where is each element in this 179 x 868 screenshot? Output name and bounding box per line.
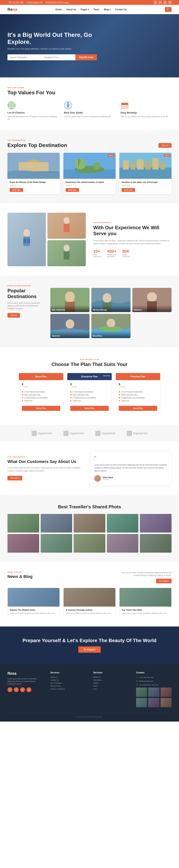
guide-icon <box>64 101 72 110</box>
dest-card-rialto-book-button[interactable]: Book Now <box>10 188 23 192</box>
footer-contact-title: Contact <box>136 671 172 674</box>
pop-item-1-label: Norway Besvag <box>92 305 130 312</box>
nav-blog[interactable]: Blog ▾ <box>104 8 110 11</box>
gallery-item-5 <box>140 514 172 532</box>
dest-card-rialto: Enjoy the Beauty of the Rialto Bridge ★★… <box>7 153 60 194</box>
footer-service-1[interactable]: About Us <box>50 676 86 678</box>
svg-rect-28 <box>146 161 151 169</box>
testimonial-card: " Lorem ipsum dolor sit amet consectetur… <box>90 451 172 486</box>
dest-section-header: Explore Top Destination Show All <box>7 142 172 148</box>
dest-show-all-button[interactable]: Show All <box>158 143 172 148</box>
footer-about-text: Lorem ipsum dolor sit amet consectetur a… <box>7 678 43 685</box>
twitter-icon[interactable]: t <box>158 1 162 4</box>
top-bar-phone: +781 123-456-7891 <box>7 1 24 3</box>
news-desc: Lorem ipsum dolor sit amet consectetur a… <box>116 571 172 577</box>
exp-img-1 <box>7 213 46 266</box>
site-logo[interactable]: Resa <box>7 7 17 12</box>
news-card-2-body-text: Lorem ipsum dolor sit amet consectetur a… <box>66 612 113 615</box>
news-card-3-img <box>120 588 171 607</box>
exp-cust-num: 30K <box>122 249 130 254</box>
exp-desc: Lorem ipsum dolor sit amet, consectetur … <box>93 239 172 245</box>
hero-destination-input[interactable] <box>7 54 42 60</box>
price-card-enterprise-header: Enterprise Plan Best Plan <box>67 373 112 380</box>
price-card-enterprise-select-button[interactable]: Select Plan <box>70 406 109 411</box>
hero-section: It's a Big World Out There, Go Explore. … <box>0 14 179 78</box>
svg-rect-13 <box>126 106 127 107</box>
pop-item-1: Norway Besvag <box>92 288 130 312</box>
dest-card-portugal: SALE Vacation to the water city of Portu… <box>119 153 172 194</box>
footer-link-1[interactable]: Blog Post <box>93 676 129 678</box>
popular-layout: Popular Destinations Lorem ipsum dolor s… <box>7 288 172 338</box>
footer-col-about: Resa Lorem ipsum dolor sit amet consecte… <box>7 671 43 707</box>
facebook-icon[interactable]: f <box>154 1 157 4</box>
destination-cards-list: Enjoy the Beauty of the Rialto Bridge ★★… <box>7 153 172 194</box>
price-feature-2-3: Travel Tour <box>119 400 157 402</box>
dest-card-rialto-title: Enjoy the Beauty of the Rialto Bridge <box>10 181 57 183</box>
footer-instagram-icon[interactable]: in <box>20 687 25 692</box>
partner-1: logolorem <box>31 431 52 436</box>
exp-cust-label: HappyCustomers <box>122 254 130 257</box>
popular-label: POPULAR DESTINATION <box>7 285 172 287</box>
footer-link-3[interactable]: Gallery <box>93 682 129 684</box>
dest-card-island-book-button[interactable]: Book Now <box>66 188 79 192</box>
nav-pages[interactable]: Pages ▾ <box>81 8 89 11</box>
svg-rect-9 <box>123 102 123 104</box>
footer-youtube-icon[interactable]: yt <box>26 687 31 692</box>
partner-3: logolpeak <box>95 431 116 436</box>
exp-content: OUR EXPERIENCE With Our Experience We Wi… <box>93 222 172 257</box>
experience-section: OUR EXPERIENCE With Our Experience We Wi… <box>0 204 179 276</box>
footer-service-3[interactable]: Tour Packages <box>50 682 86 684</box>
exp-img-2-wrap <box>47 213 86 239</box>
footer-copyright: © 2024 Resa. All Rights Reserved. <box>77 716 103 718</box>
gallery-item-2 <box>41 514 72 532</box>
nav-home[interactable]: Home <box>55 8 61 11</box>
footer-facebook-icon[interactable]: f <box>7 687 12 692</box>
svg-rect-8 <box>121 103 128 105</box>
dest-card-portugal-body: Vacation to the water city of Portugal ★… <box>119 179 172 194</box>
dest-card-portugal-stars: ★★★★★ <box>122 184 169 186</box>
top-bar-email: info@example.com <box>27 1 43 3</box>
partner-2-icon <box>63 431 69 436</box>
hero-title: It's a Big World Out There, Go Explore. <box>7 31 104 45</box>
testimonial-left: OUR TESTIMONIAL What Our Customers Say A… <box>7 456 81 480</box>
nav-contact[interactable]: Contact Us <box>115 8 127 11</box>
cta-button[interactable]: Go Explore <box>78 646 101 653</box>
testimonial-avatar <box>94 475 101 482</box>
top-destinations-section: TOP DESTINATION Explore Top Destination … <box>0 130 179 204</box>
dest-card-island-title: Experience the natural beauty of island <box>66 181 113 183</box>
svg-rect-25 <box>123 160 129 169</box>
popular-title: Popular Destinations <box>7 288 45 299</box>
gallery-item-9 <box>107 534 138 553</box>
news-get-started-button[interactable]: Get Started <box>156 579 172 583</box>
nav-search-button[interactable]: 🔍 <box>165 7 172 12</box>
popular-desc: Lorem ipsum dolor sit amet consectetur a… <box>7 302 45 310</box>
news-title: News & Blog <box>7 574 32 579</box>
footer-link-5[interactable]: FAQ <box>93 688 129 690</box>
svg-rect-29 <box>153 158 158 169</box>
hero-inquire-button[interactable]: INQUIRE NOW <box>75 54 97 60</box>
linkedin-icon[interactable]: in <box>168 1 172 4</box>
price-feature-1-2: Complimentary Accommodation <box>70 397 109 399</box>
price-card-basic-select-button[interactable]: Select Plan <box>22 406 60 411</box>
nav-about[interactable]: About Us <box>66 8 76 11</box>
footer-service-4[interactable]: Privacy Policy <box>50 685 86 687</box>
footer-twitter-icon[interactable]: t <box>14 687 19 692</box>
footer-link-4[interactable]: News <box>93 685 129 687</box>
pop-img-1: Norway Besvag <box>92 288 130 312</box>
booking-icon <box>121 101 129 110</box>
footer-col-links: Services Blog Post Destination Gallery N… <box>93 671 129 707</box>
testimonial-view-more-button[interactable]: View More <box>7 476 22 480</box>
price-card-premium-features: 10 Free Popular Destinations Daily Explo… <box>116 390 160 406</box>
feature-choices-title: Lot Of Choices <box>7 111 58 114</box>
google-icon[interactable]: g <box>163 1 167 4</box>
dest-card-portugal-book-button[interactable]: Book Now <box>122 188 135 192</box>
exp-img-2 <box>47 213 86 239</box>
nav-tours[interactable]: Tours <box>94 8 99 11</box>
price-card-premium-select-button[interactable]: Select Plan <box>119 406 157 411</box>
popular-view-all-button[interactable]: View All <box>7 313 20 318</box>
footer-service-5[interactable]: Terms & Conditions <box>50 688 86 690</box>
footer-link-2[interactable]: Destination <box>93 679 129 681</box>
hero-departure-input[interactable] <box>42 54 76 60</box>
footer-service-2[interactable]: Contact Us <box>50 679 86 681</box>
price-card-enterprise-name: Enterprise Plan <box>81 375 98 378</box>
